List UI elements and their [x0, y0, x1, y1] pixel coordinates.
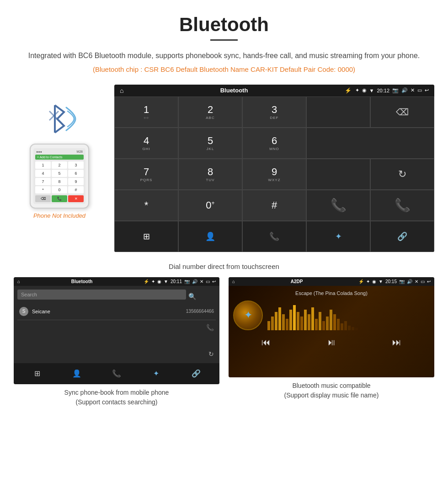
music-screen: ⌂ A2DP ⚡ ✦ ◉ ▼ 20:15 📷 🔊 ✕ ▭ ↩ Escape (T…	[229, 277, 434, 377]
x-ms: ✕	[415, 279, 418, 284]
back-sm: ↩	[212, 279, 216, 284]
next-track-btn[interactable]: ⏭	[392, 337, 401, 348]
usb-sm: ⚡	[144, 279, 149, 284]
main-content: ●●●M28 + Add to Contacts 1 2 3 4 5 6 7 8…	[0, 85, 448, 252]
dial-key-6[interactable]: 6MNO	[242, 128, 306, 159]
dial-call-button[interactable]: 📞	[306, 190, 370, 221]
svg-rect-22	[337, 319, 340, 330]
win-sm: ▭	[206, 279, 210, 284]
svg-rect-6	[278, 307, 281, 330]
dial-backspace[interactable]: ⌫	[370, 97, 434, 128]
action-grid-pb[interactable]: ⊞	[30, 367, 44, 381]
phonebook-caption: Sync phone-book from mobile phone (Suppo…	[64, 388, 169, 407]
dial-key-4[interactable]: 4GHI	[114, 128, 178, 159]
location-icon: ◉	[362, 87, 367, 93]
car-screen-dialpad: ⌂ Bluetooth ⚡ ✦ ◉ ▼ 20:12 📷 🔊 ✕ ▭ ↩ 1○○	[114, 85, 434, 252]
phone-screen: ●●●M28 + Add to Contacts 1 2 3 4 5 6 7 8…	[33, 148, 85, 204]
contact-row[interactable]: S Seicane 13566664466	[17, 303, 216, 320]
win-ms: ▭	[421, 279, 425, 284]
action-phone-pb[interactable]: 📞	[110, 367, 123, 381]
svg-rect-11	[297, 312, 299, 330]
dial-empty-2	[306, 159, 370, 190]
dial-key-9[interactable]: 9WXYZ	[242, 159, 306, 190]
time-ms: 20:15	[385, 279, 397, 284]
sig-sm: ▼	[164, 279, 168, 284]
dial-caption: Dial number direct from touchscreen	[0, 259, 448, 277]
home-icon: ⌂	[120, 87, 123, 94]
phone-mockup: ●●●M28 + Add to Contacts 1 2 3 4 5 6 7 8…	[30, 144, 89, 209]
time-display: 20:12	[377, 88, 389, 93]
action-bluetooth-icon[interactable]: ✦	[306, 221, 370, 252]
vol-sm: 🔊	[192, 279, 197, 284]
dial-key-3[interactable]: 3DEF	[242, 97, 306, 128]
svg-rect-5	[275, 312, 277, 330]
music-screen-title: A2DP	[237, 279, 356, 284]
dial-empty-1	[306, 128, 434, 159]
window-icon: ▭	[417, 87, 422, 93]
music-controls: ⏮ ⏯ ⏭	[233, 337, 430, 348]
dial-key-5[interactable]: 5JKL	[178, 128, 242, 159]
caption-line1: Sync phone-book from mobile phone	[64, 389, 169, 396]
dial-refresh[interactable]: ↻	[370, 159, 434, 190]
song-title: Escape (The Pina Colada Song)	[295, 290, 368, 296]
bt-ms: ✦	[366, 279, 370, 284]
bt-album-icon: ✦	[244, 309, 252, 321]
signal-icon: ▼	[369, 88, 374, 93]
status-icons: ✦ ◉ ▼ 20:12 📷 🔊 ✕ ▭ ↩	[355, 87, 429, 93]
action-link-pb[interactable]: 🔗	[189, 367, 203, 381]
svg-rect-12	[300, 317, 303, 330]
svg-rect-14	[308, 314, 310, 330]
dial-key-hash[interactable]: #	[242, 190, 306, 221]
phonebook-content: Search 🔍 S Seicane 13566664466 📞 ↻	[14, 286, 219, 363]
svg-rect-8	[286, 319, 288, 330]
bt-icon: ✦	[355, 87, 359, 93]
svg-rect-3	[267, 321, 270, 330]
phonebook-title: Bluetooth	[22, 279, 141, 284]
music-caption-line1: Bluetooth music compatible	[292, 382, 370, 389]
play-pause-btn[interactable]: ⏯	[327, 337, 336, 348]
time-sm: 20:11	[171, 279, 182, 284]
phone-area: ●●●M28 + Add to Contacts 1 2 3 4 5 6 7 8…	[14, 85, 105, 219]
bluetooth-illustration	[41, 98, 78, 141]
svg-rect-21	[333, 314, 336, 330]
action-bt-pb[interactable]: ✦	[149, 367, 163, 381]
search-icon[interactable]: 🔍	[188, 293, 196, 300]
dial-key-7[interactable]: 7PQRS	[114, 159, 178, 190]
contact-number: 13566664466	[186, 309, 214, 314]
dial-hangup-button[interactable]: 📞	[370, 190, 434, 221]
caption-line2: (Support contacts searching)	[76, 398, 158, 406]
prev-track-btn[interactable]: ⏮	[261, 337, 271, 348]
phonebook-block: ⌂ Bluetooth ⚡ ✦ ◉ ▼ 20:11 📷 🔊 ✕ ▭ ↩ Sear…	[14, 277, 219, 407]
dial-key-8[interactable]: 8TUV	[178, 159, 242, 190]
svg-rect-7	[282, 314, 285, 330]
dial-key-star[interactable]: *	[114, 190, 178, 221]
music-main: ✦	[233, 300, 430, 330]
svg-rect-18	[322, 321, 325, 330]
back-icon: ↩	[425, 87, 429, 93]
svg-rect-15	[311, 307, 314, 330]
action-contacts-icon[interactable]: 👤	[178, 221, 242, 252]
camera-icon: 📷	[392, 87, 399, 93]
contact-name: Seicane	[32, 309, 186, 314]
loc-ms: ◉	[372, 279, 376, 284]
music-content: Escape (The Pina Colada Song) ✦	[229, 286, 434, 377]
vol-ms: 🔊	[407, 279, 412, 284]
svg-rect-20	[330, 310, 332, 330]
orange-info: (Bluetooth chip : CSR BC6 Default Blueto…	[18, 65, 430, 73]
loc-sm: ◉	[157, 279, 161, 284]
action-link-icon[interactable]: 🔗	[370, 221, 434, 252]
action-phone-icon[interactable]: 📞	[242, 221, 306, 252]
svg-rect-26	[352, 327, 354, 330]
dial-key-0[interactable]: 0+	[178, 190, 242, 221]
action-grid-icon[interactable]: ⊞	[114, 221, 178, 252]
dial-key-2[interactable]: 2ABC	[178, 97, 242, 128]
search-bar[interactable]: Search	[17, 290, 186, 300]
status-bar-main: ⌂ Bluetooth ⚡ ✦ ◉ ▼ 20:12 📷 🔊 ✕ ▭ ↩	[114, 85, 434, 97]
svg-rect-16	[315, 319, 318, 330]
svg-rect-27	[355, 328, 358, 330]
action-contacts-pb[interactable]: 👤	[70, 367, 84, 381]
phonebook-screen: ⌂ Bluetooth ⚡ ✦ ◉ ▼ 20:11 📷 🔊 ✕ ▭ ↩ Sear…	[14, 277, 219, 384]
phone-bottom-row: ⌫ 📞 ✕	[35, 195, 84, 202]
dial-key-1[interactable]: 1○○	[114, 97, 178, 128]
svg-rect-25	[348, 326, 351, 330]
